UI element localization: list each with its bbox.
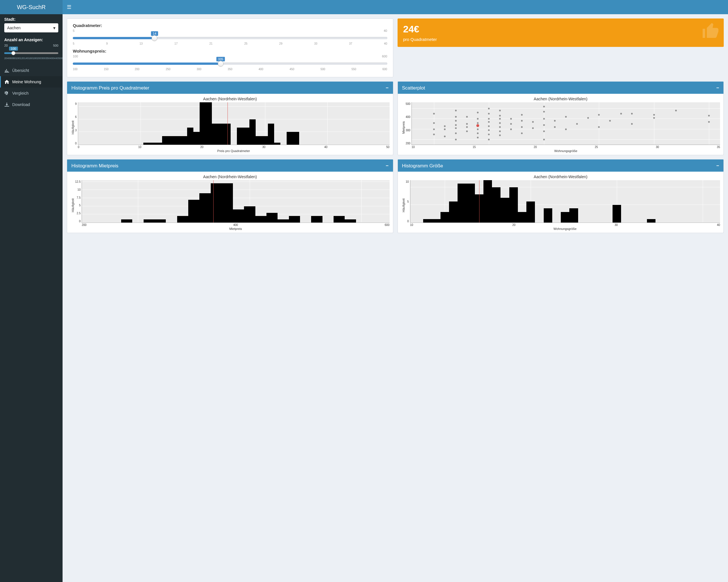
sqm-label: Quadratmeter: — [73, 23, 387, 28]
chart-area — [82, 180, 389, 223]
y-ticks: 9630 — [75, 102, 78, 145]
panel-scatter: Scatterplot − Aachen (Nordrhein-Westfale… — [397, 82, 724, 155]
y-ticks: 12.5107.552.50 — [75, 180, 82, 223]
topbar: ☰ — [62, 0, 728, 14]
nav-label: Meine Wohnung — [12, 80, 41, 84]
filter-box: Quadratmeter: 5 40 14 591317212529333740 — [67, 19, 393, 77]
y-axis-label: Häufigkeit — [71, 180, 75, 230]
price-max: 600 — [382, 55, 387, 58]
svg-rect-3 — [7, 71, 8, 72]
sqm-slider[interactable]: 14 — [73, 33, 387, 41]
count-slider[interactable]: 100 — [4, 48, 58, 52]
sqm-min: 5 — [73, 29, 75, 32]
x-ticks: 200400600 — [82, 223, 389, 226]
panel-title: Histogramm Mietpreis — [71, 163, 118, 169]
x-axis-label: Wohnungsgröße — [410, 227, 720, 230]
nav-meine-wohnung[interactable]: Meine Wohnung — [0, 76, 62, 87]
sqm-ticks: 591317212529333740 — [73, 42, 387, 45]
panel-title: Histogramm Preis pro Quadratmeter — [71, 85, 149, 91]
y-axis-label: Häufigkeit — [71, 102, 75, 153]
nav-label: Vergleich — [12, 91, 29, 95]
y-axis-label: Häufigkeit — [401, 180, 406, 230]
nav-download[interactable]: Download — [0, 99, 62, 110]
nav-vergleich[interactable]: Vergleich — [0, 87, 62, 99]
brand: WG-SuchR — [0, 0, 62, 14]
chart-title: Aachen (Nordrhein-Westfalen) — [401, 96, 720, 101]
chart-title: Aachen (Nordrhein-Westfalen) — [401, 174, 720, 179]
count-value-badge: 100 — [9, 47, 18, 51]
count-ticks: 2040608010012014016018020030035040044050… — [4, 57, 58, 60]
x-axis-label: Preis pro Quadratmeter — [78, 149, 390, 153]
count-min: 20 — [4, 44, 8, 47]
svg-rect-2 — [6, 69, 7, 72]
svg-rect-0 — [4, 72, 9, 73]
nav-label: Übersicht — [12, 68, 29, 73]
price-slider[interactable]: 335 — [73, 59, 387, 67]
panel-hist-size: Histogramm Größe − Aachen (Nordrhein-Wes… — [397, 160, 724, 233]
sidebar-nav: Übersicht Meine Wohnung Vergleich Downlo… — [0, 65, 62, 110]
chart-title: Aachen (Nordrhein-Westfalen) — [71, 174, 390, 179]
valuebox-subtitle: pro Quadratmeter — [403, 37, 718, 42]
y-ticks: 1050 — [406, 180, 410, 223]
city-select[interactable]: Aachen — [4, 23, 58, 32]
chart-area — [410, 180, 720, 223]
svg-rect-1 — [5, 70, 6, 72]
collapse-icon[interactable]: − — [716, 163, 719, 169]
x-ticks: 10203040 — [410, 223, 720, 226]
hamburger-icon[interactable]: ☰ — [67, 4, 71, 10]
sidebar: WG-SuchR Stadt: Aachen ▾ Anzahl an Anzei… — [0, 0, 62, 582]
collapse-icon[interactable]: − — [716, 85, 719, 91]
panel-hist-ppsqm: Histogramm Preis pro Quadratmeter − Aach… — [67, 82, 393, 155]
chart-area — [412, 102, 720, 145]
price-ticks: 100150200250300350400450500550600 — [73, 67, 387, 71]
thumbs-up-icon — [701, 21, 721, 41]
panel-title: Scatterplot — [402, 85, 425, 91]
slider-handle[interactable] — [11, 51, 15, 55]
valuebox-ppsqm: 24€ pro Quadratmeter — [397, 19, 724, 47]
y-axis-label: Mietpreis — [401, 102, 406, 153]
count-max: 500 — [53, 44, 58, 47]
x-ticks: 01020304050 — [78, 145, 390, 149]
nav-ubersicht[interactable]: Übersicht — [0, 65, 62, 76]
price-label: Wohnungspreis: — [73, 49, 387, 53]
valuebox-value: 24€ — [403, 24, 718, 35]
x-ticks: 101520253035 — [412, 145, 720, 149]
home-icon — [4, 80, 9, 84]
y-ticks: 500400300200 — [406, 102, 412, 145]
nav-label: Download — [12, 102, 30, 107]
slider-handle[interactable] — [152, 35, 157, 41]
chart-title: Aachen (Nordrhein-Westfalen) — [71, 96, 390, 101]
price-min: 100 — [73, 55, 78, 58]
slider-handle[interactable] — [218, 61, 224, 66]
x-axis-label: Wohnungsgröße — [412, 149, 720, 153]
collapse-icon[interactable]: − — [386, 85, 389, 91]
sqm-max: 40 — [384, 29, 387, 32]
chart-area — [78, 102, 390, 145]
download-icon — [4, 103, 9, 107]
x-axis-label: Mietpreis — [82, 227, 389, 230]
count-label: Anzahl an Anzeigen: — [4, 37, 58, 42]
city-label: Stadt: — [4, 17, 58, 22]
collapse-icon[interactable]: − — [386, 163, 389, 169]
scale-icon — [4, 91, 9, 95]
panel-hist-price: Histogramm Mietpreis − Aachen (Nordrhein… — [67, 160, 393, 233]
bar-chart-icon — [4, 68, 9, 73]
panel-title: Histogramm Größe — [402, 163, 443, 169]
